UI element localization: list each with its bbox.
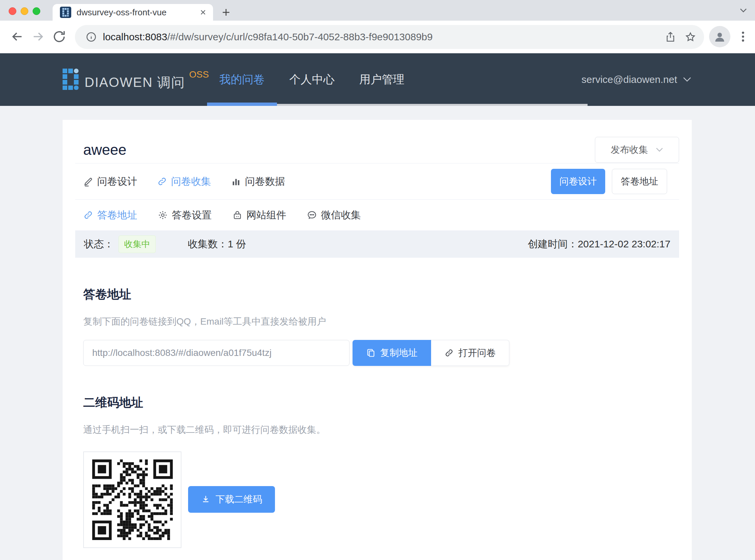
created-time-value: 2021-12-02 23:02:17 [577,238,670,250]
diaowen-logo-icon [63,68,79,90]
tab-label: 问卷数据 [245,175,285,188]
tab-survey-design[interactable]: 问卷设计 [83,175,137,188]
browser-menu-icon[interactable] [736,29,750,44]
status-label: 状态： [84,237,114,251]
survey-url-input[interactable] [83,340,349,366]
window-minimize-button[interactable] [21,7,28,15]
browser-tab[interactable]: dwsurvey-oss-front-vue [53,4,213,21]
reload-icon[interactable] [52,29,66,44]
menu-item-my-surveys[interactable]: 我的问卷 [207,53,277,106]
status-bar: 状态： 收集中 收集数： 1 份 创建时间： 2021-12-02 23:02:… [75,231,679,258]
survey-tabs: 问卷设计 问卷收集 问卷数据 [83,175,285,188]
window-close-button[interactable] [9,7,16,15]
survey-title: aweee [83,141,126,158]
tab-close-icon[interactable] [199,8,207,16]
tab-label: 问卷收集 [171,175,211,188]
survey-design-button[interactable]: 问卷设计 [551,169,605,194]
collect-count-label: 收集数： [188,237,228,251]
open-survey-label: 打开问卷 [458,346,496,359]
chevron-down-icon [655,147,664,153]
download-qrcode-button[interactable]: 下载二维码 [188,486,275,513]
account-dropdown[interactable]: service@diaowen.net [581,53,692,106]
subtab-label: 微信收集 [321,208,361,222]
copy-url-button[interactable]: 复制地址 [352,340,431,366]
browser-profile-avatar[interactable] [709,26,730,47]
copy-url-label: 复制地址 [380,346,417,359]
main-menu: 我的问卷 个人中心 用户管理 [207,53,417,106]
open-survey-button[interactable]: 打开问卷 [431,340,509,366]
copy-icon [366,348,375,358]
page-background: aweee 发布收集 问卷设计 问卷收集 [0,106,755,560]
new-tab-button[interactable] [221,7,231,17]
back-icon[interactable] [10,29,25,44]
qrcode-desc: 通过手机扫一扫，或下载二维码，即可进行问卷数据收集。 [83,423,679,436]
window-zoom-button[interactable] [33,7,40,15]
qrcode-heading: 二维码地址 [83,395,679,411]
edit-pencil-icon [83,177,93,186]
answer-url-heading: 答卷地址 [83,286,679,303]
qr-code [83,452,181,548]
subtab-label: 网站组件 [246,208,286,222]
app-logo[interactable]: DIAOWEN 调问 OSS [63,68,209,92]
subtab-answer-url[interactable]: 答卷地址 [83,208,137,222]
url-text: localhost:8083/#/dw/survey/c/url/c98fa14… [103,31,658,43]
forward-icon[interactable] [30,29,45,44]
download-qrcode-label: 下载二维码 [216,493,262,506]
bookmark-star-icon[interactable] [685,31,696,43]
chat-bubble-icon [307,210,317,220]
menu-item-user-management[interactable]: 用户管理 [347,53,417,106]
site-favicon-icon [60,7,71,18]
menu-item-personal-center[interactable]: 个人中心 [277,53,347,106]
url-button-group: 复制地址 打开问卷 [352,340,509,366]
survey-card: aweee 发布收集 问卷设计 问卷收集 [63,120,692,560]
tab-survey-collect[interactable]: 问卷收集 [157,175,211,188]
created-time-label: 创建时间： [528,237,577,251]
address-bar[interactable]: localhost:8083/#/dw/survey/c/url/c98fa14… [75,25,704,49]
tab-title: dwsurvey-oss-front-vue [77,7,199,18]
collect-subtabs: 答卷地址 答卷设置 网站组件 微信收集 [83,200,679,231]
link-icon [444,348,454,358]
url-path: /#/dw/survey/c/url/c98fa140-50b7-4052-88… [167,31,432,42]
subtab-label: 答卷地址 [97,208,137,222]
publish-collect-dropdown[interactable]: 发布收集 [595,137,679,163]
active-menu-underline [207,103,277,106]
subtab-label: 答卷设置 [172,208,212,222]
link-icon [83,210,93,220]
link-icon [157,177,167,186]
status-badge: 收集中 [119,235,156,253]
browser-tab-strip: dwsurvey-oss-front-vue [0,0,755,21]
tab-label: 问卷设计 [97,175,137,188]
browser-toolbar: localhost:8083/#/dw/survey/c/url/c98fa14… [0,21,755,53]
download-icon [201,495,210,504]
answer-url-button[interactable]: 答卷地址 [612,169,667,194]
gear-icon [158,210,168,220]
brand-badge: OSS [189,69,209,80]
site-info-icon[interactable] [85,31,97,43]
tab-survey-data[interactable]: 问卷数据 [231,175,285,188]
url-host: localhost:8083 [103,31,167,42]
bar-chart-icon [231,177,241,186]
window-controls [9,7,40,15]
chevron-down-icon [682,77,692,83]
subtab-answer-settings[interactable]: 答卷设置 [158,208,212,222]
subtab-site-widget[interactable]: 网站组件 [232,208,286,222]
subtab-wechat-collect[interactable]: 微信收集 [307,208,361,222]
answer-url-desc: 复制下面的问卷链接到QQ，Email等工具中直接发给被用户 [83,315,679,328]
survey-actions: 问卷设计 答卷地址 [551,169,667,194]
widget-icon [232,210,242,220]
tab-search-chevron-icon[interactable] [739,7,748,13]
publish-collect-label: 发布收集 [611,143,648,156]
brand-name: DIAOWEN 调问 [85,73,185,92]
account-email: service@diaowen.net [581,74,677,85]
app-navbar: DIAOWEN 调问 OSS 我的问卷 个人中心 用户管理 service@di… [0,53,755,106]
share-icon[interactable] [665,31,676,43]
collect-count-value: 1 份 [228,237,246,251]
